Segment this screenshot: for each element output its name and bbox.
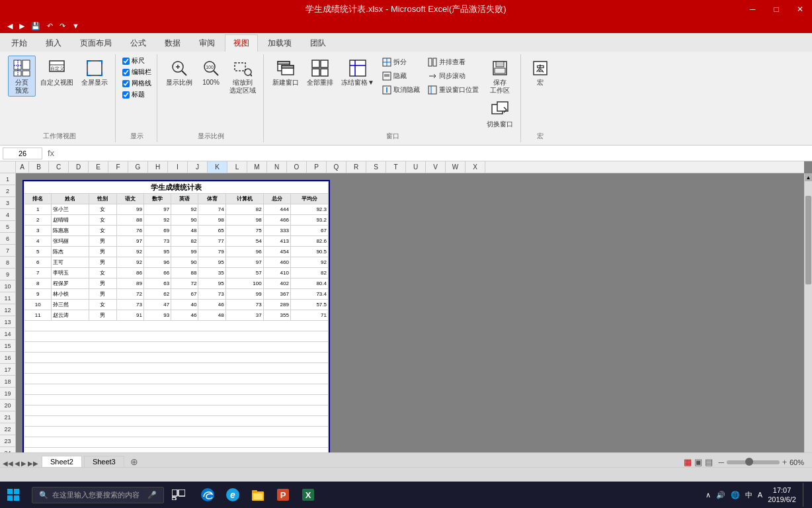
data-cell[interactable]: 333: [263, 226, 290, 236]
col-header-U[interactable]: U: [406, 161, 426, 173]
tab-first-button[interactable]: ◀◀: [3, 460, 13, 467]
col-header-D[interactable]: D: [69, 161, 89, 173]
close-button[interactable]: ✕: [788, 0, 812, 19]
row-num-21[interactable]: 21: [0, 411, 15, 423]
data-cell[interactable]: 57: [225, 268, 263, 278]
data-cell[interactable]: 男: [89, 278, 116, 289]
data-cell[interactable]: 99: [171, 247, 198, 257]
headings-check[interactable]: 标题: [121, 89, 153, 100]
row-num-10[interactable]: 10: [0, 280, 15, 292]
data-cell[interactable]: 王可: [52, 257, 89, 268]
row-num-12[interactable]: 12: [0, 304, 15, 316]
data-cell[interactable]: 99: [116, 204, 143, 215]
data-cell[interactable]: 李明玉: [52, 268, 89, 278]
data-cell[interactable]: 女: [89, 300, 116, 310]
row-num-16[interactable]: 16: [0, 352, 15, 364]
taskbar-search-box[interactable]: 🔍 在这里输入您要搜索的内容 🎤: [32, 487, 164, 503]
headings-checkbox[interactable]: [122, 91, 130, 99]
data-cell[interactable]: 95: [143, 247, 171, 257]
data-cell[interactable]: 67: [290, 226, 328, 236]
data-cell[interactable]: 女: [89, 226, 116, 236]
row-num-15[interactable]: 15: [0, 340, 15, 352]
data-cell[interactable]: 88: [116, 215, 143, 226]
row-num-9[interactable]: 9: [0, 269, 15, 280]
row-num-13[interactable]: 13: [0, 316, 15, 328]
data-cell[interactable]: 48: [198, 310, 225, 321]
zoom-button[interactable]: 显示比例: [163, 56, 196, 89]
data-cell[interactable]: 92: [290, 257, 328, 268]
data-cell[interactable]: 82: [171, 236, 198, 247]
taskbar-voice-icon[interactable]: 🎤: [147, 491, 157, 499]
tab-data[interactable]: 数据: [156, 34, 189, 52]
data-cell[interactable]: 86: [116, 268, 143, 278]
data-cell[interactable]: 100: [225, 278, 263, 289]
taskbar-app-edge2[interactable]: e: [221, 483, 245, 507]
col-header-S[interactable]: S: [366, 161, 386, 173]
zoom-100-button[interactable]: 100 100%: [197, 56, 225, 89]
custom-views-button[interactable]: 自定义 自定义视图: [37, 56, 77, 89]
page-break-preview-button[interactable]: 分页预览: [8, 56, 36, 97]
col-header-N[interactable]: N: [267, 161, 287, 173]
col-header-P[interactable]: P: [307, 161, 327, 173]
col-header-T[interactable]: T: [386, 161, 406, 173]
row-num-20[interactable]: 20: [0, 400, 15, 411]
data-cell[interactable]: 88: [171, 268, 198, 278]
tray-ime-label[interactable]: 中: [745, 490, 752, 500]
data-cell[interactable]: 46: [171, 310, 198, 321]
forward-button[interactable]: ▶: [17, 21, 26, 32]
header-english[interactable]: 英语: [171, 194, 198, 204]
zoom-thumb[interactable]: [745, 458, 753, 466]
data-cell[interactable]: 女: [89, 204, 116, 215]
row-num-23[interactable]: 23: [0, 435, 15, 447]
data-cell[interactable]: 413: [263, 236, 290, 247]
col-header-A[interactable]: A: [16, 161, 29, 173]
data-cell[interactable]: 5: [24, 247, 52, 257]
tab-next-button[interactable]: ▶: [21, 460, 26, 467]
data-cell[interactable]: 张小兰: [52, 204, 89, 215]
data-cell[interactable]: 95: [198, 278, 225, 289]
data-cell[interactable]: 陈杰: [52, 247, 89, 257]
data-cell[interactable]: 9: [24, 289, 52, 300]
row-num-22[interactable]: 22: [0, 423, 15, 435]
tab-review[interactable]: 审阅: [190, 34, 223, 52]
data-cell[interactable]: 10: [24, 300, 52, 310]
formula-bar-checkbox[interactable]: [122, 69, 130, 76]
maximize-button[interactable]: □: [764, 0, 788, 19]
reset-window-button[interactable]: 重设窗口位置: [425, 83, 482, 97]
data-cell[interactable]: 82: [290, 268, 328, 278]
data-cell[interactable]: 65: [198, 226, 225, 236]
data-cell[interactable]: 73: [116, 300, 143, 310]
data-cell[interactable]: 男: [89, 289, 116, 300]
data-cell[interactable]: 赵云涛: [52, 310, 89, 321]
data-cell[interactable]: 82.6: [290, 236, 328, 247]
data-cell[interactable]: 8: [24, 278, 52, 289]
v-scroll-track[interactable]: [805, 181, 812, 476]
vertical-scrollbar[interactable]: ▲ ▼: [804, 173, 812, 484]
data-cell[interactable]: 93.2: [290, 215, 328, 226]
header-rank[interactable]: 排名: [24, 194, 52, 204]
switch-window-button[interactable]: 切换窗口: [483, 97, 516, 130]
header-pe[interactable]: 体育: [198, 194, 225, 204]
data-cell[interactable]: 74: [198, 204, 225, 215]
data-cell[interactable]: 98: [225, 215, 263, 226]
data-cell[interactable]: 89: [116, 278, 143, 289]
data-cell[interactable]: 40: [171, 300, 198, 310]
tab-team[interactable]: 团队: [302, 34, 335, 52]
macro-button[interactable]: 宏 宏: [526, 56, 554, 89]
table-title-cell[interactable]: 学生成绩统计表: [24, 182, 329, 194]
header-average[interactable]: 平均分: [290, 194, 328, 204]
sheet-tab-sheet2[interactable]: Sheet2: [42, 456, 82, 467]
minimize-button[interactable]: ─: [741, 0, 764, 19]
data-cell[interactable]: 289: [263, 300, 290, 310]
col-header-L[interactable]: L: [227, 161, 247, 173]
formula-function-icon[interactable]: fx: [45, 148, 57, 158]
row-num-17[interactable]: 17: [0, 364, 15, 376]
data-cell[interactable]: 92: [171, 204, 198, 215]
data-cell[interactable]: 程保罗: [52, 278, 89, 289]
row-num-2[interactable]: 2: [0, 185, 15, 197]
row-num-18[interactable]: 18: [0, 376, 15, 388]
tab-last-button[interactable]: ▶▶: [28, 460, 38, 467]
col-header-O[interactable]: O: [287, 161, 307, 173]
data-cell[interactable]: 410: [263, 268, 290, 278]
col-header-R[interactable]: R: [346, 161, 366, 173]
